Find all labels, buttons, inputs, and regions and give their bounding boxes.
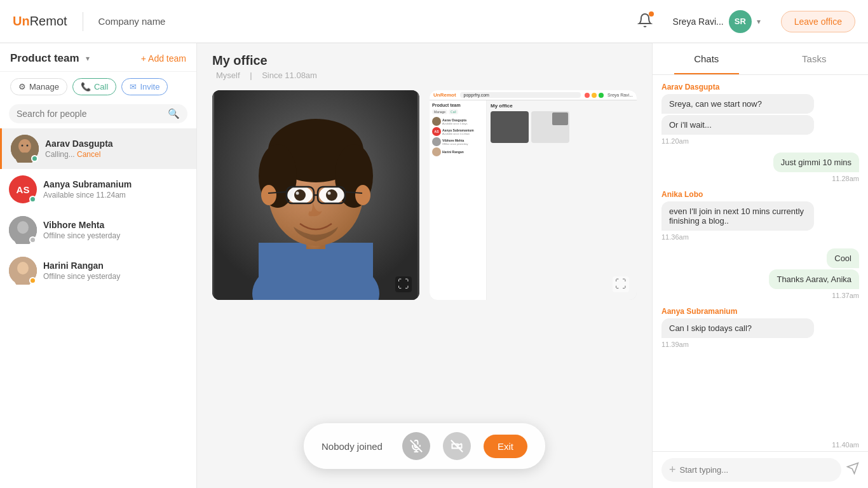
search-icon: 🔍 <box>168 108 180 119</box>
person-status: Available since 11.24am <box>43 191 187 200</box>
avatar-wrap <box>9 216 37 244</box>
right-panel: Chats Tasks Aarav Dasgupta Sreya, can we… <box>652 43 868 488</box>
chat-bubble: Or i'll wait... <box>661 115 814 135</box>
mini-person: AS Aanya Subramanium Available since 11.… <box>432 127 484 136</box>
chat-bubble-sent: Just gimmi 10 mins <box>773 152 859 172</box>
person-name: Aarav Dasgupta <box>45 139 187 149</box>
bell-notification-dot <box>649 11 654 17</box>
call-bar: Nobody joined Exit <box>304 423 545 469</box>
gear-icon: ⚙ <box>18 82 26 92</box>
sidebar: Product team ▾ + Add team ⚙ Manage 📞 Cal… <box>0 43 197 488</box>
svg-point-3 <box>22 145 24 147</box>
expand-icon[interactable]: ⛶ <box>395 276 412 292</box>
sidebar-header: Product team ▾ + Add team <box>0 43 196 72</box>
office-header: My office Myself | Since 11.08am <box>197 43 652 85</box>
person-name: Harini Rangan <box>43 261 187 271</box>
company-name: Company name <box>98 16 166 27</box>
user-info[interactable]: Sreya Ravi... SR ▾ <box>673 10 761 33</box>
attachment-icon[interactable]: + <box>669 463 676 477</box>
topbar: UnRemot Company name Sreya Ravi... SR ▾ … <box>0 0 868 43</box>
chat-timestamp: 11.39am <box>661 341 859 348</box>
chat-timestamp: 11.36am <box>661 233 859 241</box>
mute-mic-button[interactable] <box>402 432 430 460</box>
chat-input-bar: + <box>653 451 868 488</box>
last-message-time: 11.40am <box>653 440 868 451</box>
svg-line-35 <box>451 440 463 452</box>
bell-icon[interactable] <box>637 13 653 30</box>
logo-un: Un <box>13 14 30 28</box>
sidebar-actions: ⚙ Manage 📞 Call ✉ Invite <box>0 72 196 102</box>
list-item[interactable]: AS Aanya Subramanium Available since 11.… <box>0 169 196 210</box>
phone-icon: 📞 <box>81 82 91 92</box>
svg-point-23 <box>294 189 306 201</box>
list-item[interactable]: Harini Rangan Offilne since yesterday <box>0 250 196 291</box>
panel-tabs: Chats Tasks <box>653 43 868 75</box>
user-name: Sreya Ravi... <box>673 17 724 27</box>
mute-video-button[interactable] <box>443 432 471 460</box>
svg-point-1 <box>18 139 31 153</box>
call-button[interactable]: 📞 Call <box>72 78 116 95</box>
svg-rect-13 <box>259 243 373 300</box>
status-dot-online <box>29 196 36 203</box>
person-info: Vibhore Mehta Offilne since yesterday <box>43 220 187 240</box>
person-name: Vibhore Mehta <box>43 220 187 230</box>
list-item[interactable]: Aarav Dasgupta Calling... Cancel <box>0 128 196 169</box>
search-input[interactable] <box>17 109 164 119</box>
leave-office-button[interactable]: Leave office <box>781 11 855 32</box>
expand-icon[interactable]: ⛶ <box>613 276 629 292</box>
svg-point-6 <box>17 221 29 234</box>
invite-button[interactable]: ✉ Invite <box>121 78 168 95</box>
mail-icon: ✉ <box>130 82 137 92</box>
avatar-wrap: AS <box>9 175 37 203</box>
logo-divider <box>83 12 83 31</box>
logo: UnRemot <box>13 14 67 29</box>
send-icon[interactable] <box>846 462 859 478</box>
status-dot-online <box>31 155 38 162</box>
screen-content: UnRemot popprfry.com Sreya Ravi... Produ… <box>430 90 637 300</box>
status-dot-offline <box>29 236 36 243</box>
search-box[interactable]: 🔍 <box>9 104 187 123</box>
tab-tasks[interactable]: Tasks <box>761 43 869 74</box>
add-team-button[interactable]: + Add team <box>141 53 186 64</box>
video-feed-main <box>212 90 419 300</box>
mini-person: Harini Rangan <box>432 147 484 156</box>
video-tile-screen: UnRemot popprfry.com Sreya Ravi... Produ… <box>430 90 637 300</box>
mini-office-header: My office <box>487 100 637 111</box>
svg-point-25 <box>296 192 299 195</box>
people-list: Aarav Dasgupta Calling... Cancel AS Aany… <box>0 128 196 488</box>
mini-person: Aarav Dasgupta Available since 5 days <box>432 117 484 126</box>
sent-message-group: Just gimmi 10 mins 11.28am <box>661 152 859 182</box>
logo-remot: Remot <box>30 14 67 28</box>
user-avatar: SR <box>729 10 752 33</box>
cancel-link[interactable]: Cancel <box>77 150 100 159</box>
svg-point-20 <box>355 185 370 205</box>
chat-timestamp: 11.20am <box>661 137 859 145</box>
mini-url: popprfry.com <box>460 92 581 98</box>
chat-bubble-sent: Cool <box>827 248 859 268</box>
chat-bubble: Sreya, can we start now? <box>661 94 814 114</box>
chat-message-group: Aanya Subramanium Can I skip todays call… <box>661 307 859 348</box>
team-dropdown-icon[interactable]: ▾ <box>86 54 90 63</box>
exit-button[interactable]: Exit <box>484 435 527 458</box>
list-item[interactable]: Vibhore Mehta Offilne since yesterday <box>0 210 196 250</box>
mini-videos <box>487 111 637 143</box>
chat-message-group: Anika Lobo even I'll join in next 10 min… <box>661 190 859 241</box>
status-dot-away <box>29 277 36 284</box>
avatar-wrap <box>9 257 37 285</box>
team-name: Product team <box>10 52 79 65</box>
svg-point-4 <box>27 145 29 147</box>
mini-logo: UnRemot <box>433 92 456 98</box>
chat-message-group: Aarav Dasgupta Sreya, can we start now? … <box>661 83 859 145</box>
sent-message-group: Cool Thanks Aarav, Anika 11.37am <box>661 248 859 299</box>
chat-input[interactable] <box>680 465 834 475</box>
manage-button[interactable]: ⚙ Manage <box>10 78 67 95</box>
person-status: Offilne since yesterday <box>43 272 187 281</box>
mini-sidebar: Product team Manage Call Aarav Dasgupta <box>430 100 487 300</box>
chevron-down-icon[interactable]: ▾ <box>757 17 761 26</box>
chat-timestamp: 11.28am <box>832 175 859 182</box>
chat-sender: Aarav Dasgupta <box>661 83 859 92</box>
tab-chats[interactable]: Chats <box>653 43 761 74</box>
person-info: Aarav Dasgupta Calling... Cancel <box>45 139 187 159</box>
chat-sender: Anika Lobo <box>661 190 859 199</box>
mini-main: My office <box>487 100 637 300</box>
